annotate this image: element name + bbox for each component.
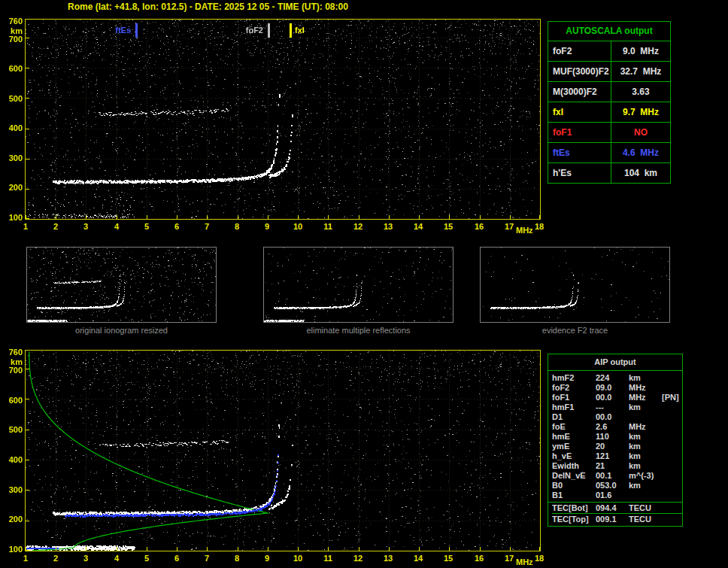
marker-line-foF2 xyxy=(268,23,270,38)
aip-value xyxy=(662,402,682,412)
x-tick-label: 5 xyxy=(139,554,154,563)
aip-value: 2.6 xyxy=(596,422,629,432)
x-tick-label: 4 xyxy=(109,554,124,563)
y-tick-label: 500 xyxy=(3,94,23,103)
row-value: 9.0 MHz xyxy=(611,41,670,61)
aip-value: m^(-3) xyxy=(629,471,662,481)
aip-value xyxy=(662,471,682,481)
aip-label: DelN_vE xyxy=(552,471,596,481)
thumbnail-canvas-original xyxy=(27,248,216,322)
aip-value xyxy=(662,514,682,524)
aip-value: km xyxy=(629,461,662,471)
aip-value xyxy=(662,491,682,500)
aip-row-TEC[Top]: TEC[Top]009.1TECU xyxy=(552,513,682,524)
x-tick-label: 17 xyxy=(502,222,517,231)
aip-row-foF1: foF100.0MHz[PN] xyxy=(552,393,682,402)
aip-value xyxy=(662,503,682,513)
x-tick-label: 6 xyxy=(169,554,184,563)
aip-value: TECU xyxy=(629,514,662,524)
autoscala-row-fof1: foF1 NO xyxy=(548,123,670,143)
thumbnail-canvas-evidence-f2 xyxy=(481,248,669,322)
aip-label: foE xyxy=(552,422,596,432)
y-tick-label: 600 xyxy=(3,396,23,405)
y-tick-label: 400 xyxy=(3,123,23,132)
x-tick-label: 13 xyxy=(381,554,396,563)
aip-row-foE: foE2.6MHz xyxy=(552,422,682,432)
y-tick-label: 300 xyxy=(3,153,23,163)
aip-row-Ewidth: Ewidth21km xyxy=(552,461,682,471)
aip-value: 110 xyxy=(596,432,629,442)
x-tick-label: 7 xyxy=(199,222,214,231)
aip-value: 21 xyxy=(596,461,629,471)
x-tick-label: 3 xyxy=(78,222,93,231)
x-tick-label: 10 xyxy=(290,554,305,563)
aip-label: h_vE xyxy=(552,451,596,461)
aip-label: B1 xyxy=(552,491,596,500)
aip-label: TEC[Bot] xyxy=(552,503,596,513)
x-tick-label: 16 xyxy=(472,222,487,231)
aip-value: km xyxy=(629,451,662,461)
aip-value: MHz xyxy=(629,383,662,393)
aip-label: hmE xyxy=(552,432,596,442)
thumbnail-evidence-f2 xyxy=(480,247,670,323)
aip-value: km xyxy=(629,373,662,383)
autoscala-panel-title: AUTOSCALA output xyxy=(548,22,670,41)
x-tick-label: 6 xyxy=(169,222,184,231)
row-label: fxI xyxy=(548,102,611,122)
marker-line-fxI xyxy=(290,23,292,38)
x-tick-label: 12 xyxy=(350,222,366,231)
y-tick-label: 400 xyxy=(3,455,23,464)
aip-value: 121 xyxy=(596,451,629,461)
x-tick-label: 16 xyxy=(472,554,487,563)
y-axis-unit: km xyxy=(3,357,23,366)
marker-line-ftEs xyxy=(135,23,138,38)
x-tick-label: 5 xyxy=(139,222,154,231)
marker-label-foF2: foF2 xyxy=(236,26,263,35)
aip-row-ymE: ymE20km xyxy=(552,442,682,451)
aip-value: 224 xyxy=(596,373,629,383)
aip-value xyxy=(662,412,682,422)
aip-value xyxy=(662,481,682,491)
aip-row-hmF2: hmF2224km xyxy=(552,373,682,383)
row-label: foF1 xyxy=(548,123,611,142)
aip-value: km xyxy=(629,402,662,412)
x-tick-label: 7 xyxy=(199,554,214,563)
y-tick-label: 760 xyxy=(3,17,23,26)
aip-label: B0 xyxy=(552,481,596,491)
aip-label: hmF2 xyxy=(552,373,596,383)
marker-label-fxI: fxI xyxy=(295,26,305,35)
aip-row-h_vE: h_vE121km xyxy=(552,451,682,461)
aip-value: [PN] xyxy=(662,393,682,402)
aip-label: foF2 xyxy=(552,383,596,393)
aip-value: km xyxy=(629,442,662,451)
aip-value: 20 xyxy=(596,442,629,451)
x-tick-label: 3 xyxy=(78,554,93,563)
aip-label: Ewidth xyxy=(552,461,596,471)
aip-value: --- xyxy=(596,402,629,412)
row-value: 104 km xyxy=(611,163,670,183)
x-tick-label: 10 xyxy=(290,222,305,231)
x-tick-label: 13 xyxy=(381,222,396,231)
autoscala-screen: Rome (lat: +41.8, lon: 012.5) - DATE: 20… xyxy=(0,0,728,568)
aip-value: 094.4 xyxy=(596,503,629,513)
x-tick-label: 9 xyxy=(259,554,275,563)
aip-value xyxy=(629,491,662,500)
aip-row-B1: B101.6 xyxy=(552,491,682,500)
aip-value: km xyxy=(629,481,662,491)
page-title: Rome (lat: +41.8, lon: 012.5) - DATE: 20… xyxy=(68,2,348,12)
x-tick-label: 2 xyxy=(48,554,63,563)
y-tick-label: 200 xyxy=(3,183,23,192)
row-value: 9.7 MHz xyxy=(611,102,670,122)
thumbnail-caption-eliminate-multiples: eliminate multiple reflections xyxy=(263,326,453,335)
autoscala-row-muf3000f2: MUF(3000)F2 32.7 MHz xyxy=(548,62,670,82)
aip-value: 01.6 xyxy=(596,491,629,500)
x-tick-label: 11 xyxy=(320,554,335,563)
aip-value xyxy=(662,432,682,442)
aip-rows: hmF2224kmfoF209.0MHzfoF100.0MHz[PN]hmF1-… xyxy=(548,371,682,502)
aip-row-D1: D100.0 xyxy=(552,412,682,422)
y-tick-label: 700 xyxy=(3,35,23,44)
x-tick-label: 14 xyxy=(411,554,426,563)
bottom-ionogram-canvas xyxy=(26,351,540,551)
row-label: foF2 xyxy=(548,41,611,61)
row-label: MUF(3000)F2 xyxy=(548,62,611,81)
